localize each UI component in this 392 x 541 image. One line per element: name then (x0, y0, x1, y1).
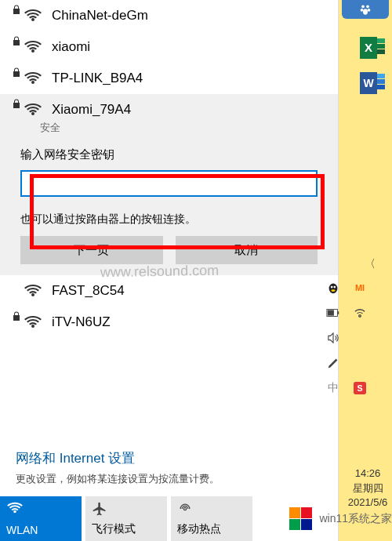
svg-rect-9 (377, 49, 385, 54)
wifi-signal-icon (24, 71, 42, 86)
baidu-paw-icon[interactable] (342, 0, 389, 19)
security-label: 安全 (40, 121, 338, 135)
toggle-wlan[interactable]: WLAN (0, 496, 82, 541)
svg-rect-14 (377, 85, 385, 89)
svg-text:W: W (363, 77, 374, 89)
wps-hint: 也可以通过按路由器上的按钮连接。 (0, 212, 338, 227)
toggle-airplane[interactable]: 飞行模式 (85, 496, 167, 541)
battery-icon[interactable] (325, 304, 342, 321)
svg-point-15 (329, 284, 338, 294)
wifi-ssid: xiaomi (52, 39, 90, 55)
next-button[interactable]: 下一页 (20, 236, 163, 264)
airplane-icon (92, 501, 161, 517)
wifi-signal-icon (24, 8, 42, 24)
svg-point-1 (366, 5, 369, 8)
win-logo-icon (289, 507, 313, 531)
wifi-ssid: Xiaomi_79A4 (52, 102, 131, 118)
network-settings-link[interactable]: 网络和 Internet 设置 更改设置，例如将某连接设置为按流量计费。 (0, 441, 338, 494)
toggle-label: 移动热点 (177, 522, 246, 536)
lock-icon (13, 99, 20, 108)
wifi-item[interactable]: iTV-N6UZ (0, 307, 338, 338)
wifi-item[interactable]: FAST_8C54 (0, 275, 338, 307)
logo-text: win11系统之家 (319, 512, 392, 526)
svg-rect-12 (377, 74, 385, 78)
svg-rect-21 (328, 310, 334, 315)
wifi-ssid: TP-LINK_B9A4 (52, 71, 143, 86)
tray-icons: MI 中 S (325, 279, 370, 397)
wifi-toggle-icon (6, 501, 75, 517)
tray-expand-chevron-icon[interactable]: 〈 (365, 257, 376, 271)
svg-rect-13 (377, 79, 385, 84)
svg-point-16 (331, 286, 333, 289)
pen-icon[interactable] (325, 354, 342, 372)
toggle-label: 飞行模式 (92, 522, 161, 536)
wifi-panel: ChinaNet-deGm xiaomi TP-LINK_B9A4 Xiaomi… (0, 0, 339, 541)
password-prompt: 输入网络安全密钥 (20, 147, 318, 162)
toggle-label: WLAN (6, 524, 75, 536)
wifi-item-expanded: Xiaomi_79A4 安全 输入网络安全密钥 也可以通过按路由器上的按钮连接。… (0, 94, 338, 275)
svg-rect-8 (377, 44, 385, 49)
wifi-ssid: FAST_8C54 (52, 283, 125, 299)
excel-icon[interactable]: X (353, 31, 392, 64)
svg-point-17 (333, 286, 336, 289)
wifi-ssid: ChinaNet-deGm (52, 8, 148, 24)
connect-buttons: 下一页 取消 (20, 236, 318, 264)
wifi-item[interactable]: xiaomi (0, 31, 338, 63)
lock-icon (13, 67, 20, 77)
wifi-signal-icon (24, 102, 42, 118)
volume-icon[interactable] (325, 329, 342, 347)
ime-icon[interactable]: 中 (325, 379, 342, 397)
settings-title: 网络和 Internet 设置 (16, 449, 322, 467)
taskbar-right: X W 〈 MI 中 S 14:26 星期四 2021/5/6 (339, 0, 392, 541)
wifi-ssid: iTV-N6UZ (52, 314, 111, 330)
svg-point-0 (361, 5, 365, 8)
svg-point-4 (363, 9, 368, 15)
toggle-hotspot[interactable]: 移动热点 (171, 496, 252, 541)
svg-point-2 (361, 9, 364, 12)
wifi-item[interactable]: ChinaNet-deGm (0, 0, 338, 31)
svg-point-18 (331, 289, 335, 292)
sogou-icon[interactable]: S (351, 379, 368, 397)
quick-toggles: WLAN 飞行模式 移动热点 (0, 496, 252, 541)
wifi-item[interactable]: TP-LINK_B9A4 (0, 63, 338, 94)
svg-point-3 (368, 9, 371, 12)
mi-icon[interactable]: MI (351, 279, 368, 296)
wifi-tray-icon[interactable] (351, 304, 368, 321)
wifi-signal-icon (24, 39, 42, 55)
svg-text:S: S (357, 383, 362, 393)
branding: win11系统之家 (259, 502, 392, 536)
word-icon[interactable]: W (353, 67, 392, 100)
wifi-signal-icon (24, 314, 42, 330)
cancel-button[interactable]: 取消 (176, 236, 318, 264)
settings-sub: 更改设置，例如将某连接设置为按流量计费。 (16, 472, 322, 486)
svg-rect-20 (337, 311, 339, 314)
lock-icon (13, 36, 20, 45)
svg-text:X: X (365, 41, 372, 54)
clock-time: 14:26 (345, 467, 390, 481)
lock-icon (13, 5, 20, 14)
svg-rect-7 (377, 38, 385, 43)
lock-icon (13, 311, 20, 321)
hotspot-icon (177, 501, 246, 517)
clock-weekday: 星期四 (345, 481, 390, 496)
password-input[interactable] (20, 170, 318, 197)
connect-area: 输入网络安全密钥 (0, 135, 338, 197)
wifi-signal-icon (24, 283, 42, 299)
qq-icon[interactable] (325, 279, 342, 296)
system-tray: 〈 (348, 257, 392, 271)
